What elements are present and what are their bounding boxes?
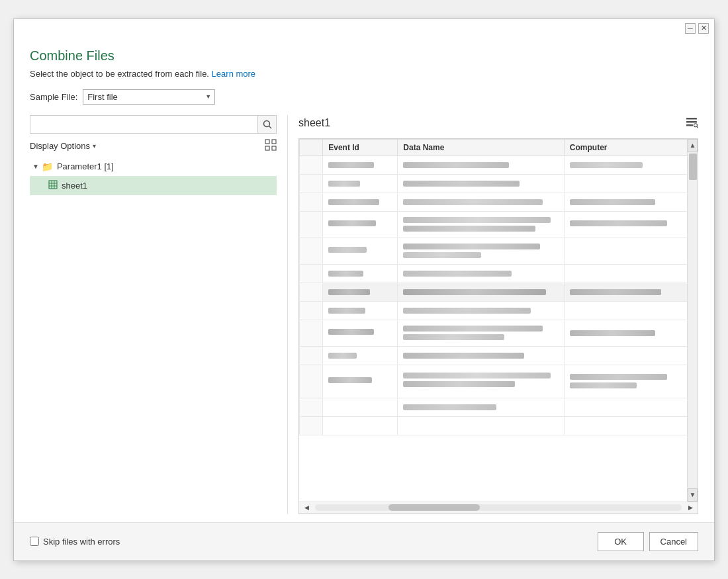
cancel-button[interactable]: Cancel (649, 532, 698, 551)
row-data-name (398, 398, 564, 416)
sample-file-label: Sample File: (30, 92, 77, 102)
row-computer (564, 416, 697, 435)
combine-files-dialog: ─ ✕ Combine Files Select the object to b… (13, 19, 715, 561)
sample-file-select[interactable]: First file Last file (83, 89, 215, 105)
row-data-name (398, 174, 564, 193)
svg-rect-4 (265, 146, 269, 150)
scroll-up-button[interactable]: ▲ (688, 139, 698, 152)
skip-files-checkbox[interactable] (30, 537, 39, 546)
row-event-id (323, 416, 398, 435)
col-header-event-id[interactable]: Event Id (323, 139, 398, 156)
row-event-id (323, 346, 398, 365)
col-header-index (300, 139, 323, 156)
row-index (300, 264, 323, 283)
row-event-id (323, 264, 398, 283)
row-index (300, 283, 323, 301)
skip-files-row: Skip files with errors (30, 537, 120, 547)
h-scroll-thumb[interactable] (388, 504, 480, 511)
row-event-id (323, 193, 398, 211)
row-data-name (398, 320, 564, 346)
row-data-name (398, 193, 564, 211)
svg-rect-12 (686, 121, 697, 123)
dialog-title: Combine Files (30, 48, 698, 64)
scroll-left-button[interactable]: ◀ (300, 502, 312, 513)
title-bar: ─ ✕ (14, 19, 714, 38)
row-data-name (398, 156, 564, 174)
vertical-scrollbar[interactable]: ▲ ▼ (687, 139, 698, 502)
row-event-id (323, 174, 398, 193)
row-index (300, 320, 323, 346)
search-button[interactable] (258, 115, 277, 134)
svg-point-14 (694, 123, 698, 126)
svg-rect-6 (49, 181, 57, 189)
display-options-label: Display Options (30, 141, 90, 151)
row-index (300, 416, 323, 435)
row-event-id (323, 320, 398, 346)
row-event-id (323, 365, 398, 398)
display-options-button[interactable]: Display Options ▾ (30, 141, 96, 151)
table-row (300, 283, 698, 301)
folder-icon: 📁 (42, 161, 53, 172)
table-row (300, 320, 698, 346)
horizontal-scrollbar[interactable]: ◀ ▶ (299, 502, 698, 513)
row-index (300, 301, 323, 320)
row-index (300, 346, 323, 365)
table-row (300, 416, 698, 435)
options-settings-icon[interactable] (265, 139, 277, 154)
col-header-computer[interactable]: Computer (564, 139, 697, 156)
preview-header: sheet1 (298, 115, 698, 132)
col-header-data-name[interactable]: Data Name (398, 139, 564, 156)
table-row (300, 238, 698, 264)
row-computer (564, 174, 697, 193)
row-data-name (398, 346, 564, 365)
learn-more-link[interactable]: Learn more (212, 69, 255, 79)
row-event-id (323, 301, 398, 320)
table-row (300, 156, 698, 174)
table-scroll-area: Event Id Data Name Computer (299, 139, 698, 502)
row-data-name (398, 283, 564, 301)
left-panel: Display Options ▾ (30, 115, 288, 514)
close-button[interactable]: ✕ (698, 23, 709, 34)
row-data-name (398, 365, 564, 398)
row-computer (564, 283, 697, 301)
svg-rect-3 (272, 140, 276, 144)
scroll-down-button[interactable]: ▼ (688, 488, 698, 502)
row-event-id (323, 238, 398, 264)
sample-file-select-wrapper: First file Last file (83, 89, 215, 105)
search-input[interactable] (30, 115, 258, 134)
row-data-name (398, 238, 564, 264)
row-event-id (323, 211, 398, 238)
svg-point-0 (263, 120, 269, 126)
dialog-subtitle: Select the object to be extracted from e… (30, 69, 698, 79)
row-computer (564, 320, 697, 346)
svg-rect-5 (272, 146, 276, 150)
preview-options-icon[interactable] (685, 115, 698, 132)
right-panel: sheet1 (288, 115, 698, 514)
display-options-arrow-icon: ▾ (93, 142, 96, 150)
ok-button[interactable]: OK (598, 532, 644, 551)
svg-rect-13 (686, 124, 693, 126)
row-data-name (398, 301, 564, 320)
table-row (300, 301, 698, 320)
row-computer (564, 346, 697, 365)
row-data-name (398, 264, 564, 283)
row-computer (564, 264, 697, 283)
scroll-thumb[interactable] (689, 154, 697, 180)
row-computer (564, 365, 697, 398)
row-computer (564, 238, 697, 264)
row-index (300, 238, 323, 264)
scroll-right-button[interactable]: ▶ (684, 502, 696, 513)
table-row (300, 365, 698, 398)
tree-sheet-item[interactable]: sheet1 (30, 176, 277, 195)
svg-line-1 (269, 126, 271, 128)
search-icon (263, 120, 272, 129)
tree-folder-item[interactable]: ▼ 📁 Parameter1 [1] (30, 159, 277, 175)
svg-rect-11 (686, 118, 697, 120)
scroll-track (688, 152, 698, 488)
table-row (300, 346, 698, 365)
dialog-footer: Skip files with errors OK Cancel (14, 522, 714, 560)
minimize-button[interactable]: ─ (685, 23, 696, 34)
row-data-name (398, 416, 564, 435)
sheet-label: sheet1 (62, 181, 87, 191)
svg-rect-2 (265, 140, 269, 144)
